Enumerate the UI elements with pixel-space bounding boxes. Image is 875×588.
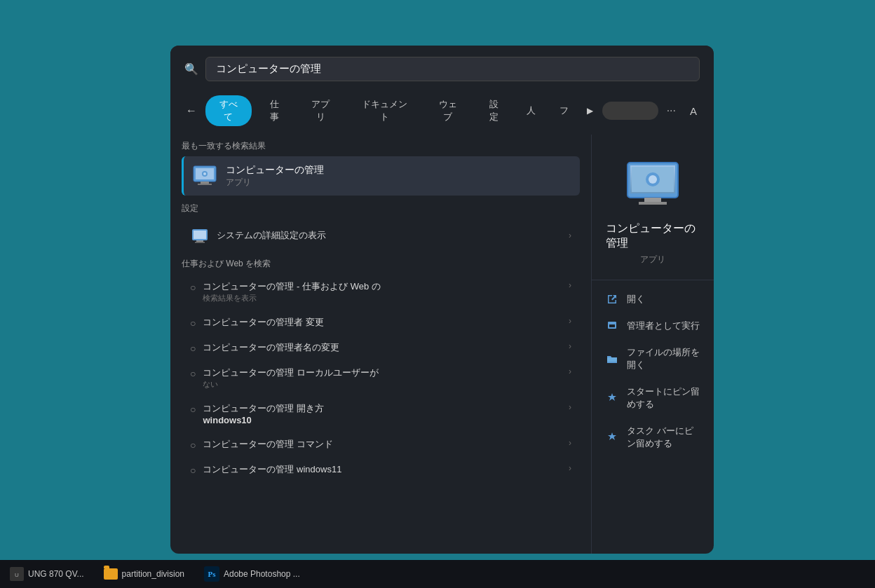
tab-web[interactable]: ウェブ: [425, 95, 471, 126]
web-item-text-1: コンピューターの管理者 変更: [203, 316, 562, 329]
settings-item-label: システムの詳細設定の表示: [217, 229, 562, 242]
web-item-text-6: コンピューターの管理 windows11: [203, 463, 562, 476]
action-file-location-label: ファイルの場所を開く: [627, 346, 700, 371]
svg-rect-18: [639, 202, 667, 205]
ps-icon: Ps: [204, 566, 219, 582]
action-file-location[interactable]: ファイルの場所を開く: [592, 339, 714, 378]
pill-button[interactable]: [602, 102, 658, 120]
tab-people[interactable]: 人: [517, 102, 545, 120]
web-item-text-5: コンピューターの管理 コマンド: [203, 438, 562, 451]
search-icon: 🔍: [184, 62, 198, 76]
search-input[interactable]: [205, 57, 700, 81]
taskbar-item-ps[interactable]: Ps Adobe Photoshop ...: [194, 560, 310, 588]
computer-mgmt-icon: [192, 163, 217, 189]
chevron-icon-1: ›: [569, 316, 571, 326]
tab-work[interactable]: 仕事: [256, 95, 293, 126]
action-open[interactable]: 開く: [592, 286, 714, 313]
a-button[interactable]: A: [684, 104, 703, 118]
chevron-icon-0: ›: [569, 280, 571, 290]
svg-rect-4: [198, 184, 212, 185]
tab-settings[interactable]: 設定: [475, 95, 513, 126]
chevron-icon-3: ›: [569, 367, 571, 376]
best-match-name: コンピューターの管理: [226, 164, 324, 177]
chevron-icon-5: ›: [569, 438, 571, 448]
settings-icon: [190, 226, 210, 245]
tab-all[interactable]: すべて: [205, 95, 252, 126]
action-pin-start-label: スタートにピン留めする: [627, 385, 700, 411]
taskbar-item-folder[interactable]: partition_division: [94, 560, 194, 588]
app-type: アプリ: [640, 254, 665, 266]
web-item-2[interactable]: ○ コンピューターの管理者名の変更 ›: [182, 335, 580, 360]
search-small-icon-2: ○: [190, 343, 196, 354]
folder-icon: [104, 567, 118, 581]
web-item-text-3: コンピューターの管理 ローカルユーザーが ない: [203, 367, 562, 390]
taskbar-item-folder-label: partition_division: [122, 569, 184, 579]
settings-title: 設定: [182, 197, 580, 219]
web-item-5[interactable]: ○ コンピューターの管理 コマンド ›: [182, 432, 580, 457]
svg-rect-9: [196, 240, 203, 242]
settings-item-system[interactable]: システムの詳細設定の表示 ›: [182, 219, 580, 252]
back-button[interactable]: ←: [182, 103, 201, 118]
chevron-icon-2: ›: [569, 341, 571, 351]
web-item-text-2: コンピューターの管理者名の変更: [203, 341, 562, 354]
action-open-label: 開く: [627, 293, 645, 306]
main-content: 最も一致する検索結果 コンピューターの管理: [170, 135, 714, 554]
tab-fu[interactable]: フ: [550, 102, 578, 120]
chevron-icon: ›: [569, 231, 571, 240]
search-small-icon-1: ○: [190, 317, 196, 329]
svg-rect-17: [644, 198, 661, 202]
taskbar-item-ung[interactable]: U UNG 870 QV...: [0, 560, 94, 588]
web-item-3[interactable]: ○ コンピューターの管理 ローカルユーザーが ない ›: [182, 360, 580, 396]
chevron-icon-4: ›: [569, 402, 571, 412]
web-section-title: 仕事および Web を検索: [182, 252, 580, 274]
pin-start-icon: [606, 392, 618, 404]
svg-point-6: [203, 172, 206, 175]
taskbar: U UNG 870 QV... partition_division Ps Ad…: [0, 560, 875, 588]
action-pin-taskbar-label: タスク バーにピン留めする: [627, 425, 700, 450]
action-admin-label: 管理者として実行: [627, 320, 700, 332]
best-match-item[interactable]: コンピューターの管理 アプリ: [182, 156, 580, 196]
best-match-title: 最も一致する検索結果: [182, 135, 580, 156]
app-icon-large: [625, 156, 681, 212]
web-item-text-0: コンピューターの管理 - 仕事および Web の 検索結果を表示: [203, 280, 562, 303]
pin-taskbar-icon: [606, 431, 618, 444]
search-small-icon-6: ○: [190, 465, 196, 476]
dots-button[interactable]: ···: [663, 103, 680, 118]
tab-apps[interactable]: アプリ: [297, 95, 344, 126]
search-bar: 🔍: [170, 46, 714, 93]
search-small-icon-3: ○: [190, 368, 196, 379]
action-pin-start[interactable]: スタートにピン留めする: [592, 378, 714, 418]
search-small-icon-5: ○: [190, 439, 196, 451]
svg-rect-21: [609, 323, 615, 324]
taskbar-item-ung-label: UNG 870 QV...: [28, 569, 84, 579]
app-name: コンピューターの管理: [606, 221, 700, 251]
open-icon: [606, 293, 618, 306]
action-pin-taskbar[interactable]: タスク バーにピン留めする: [592, 418, 714, 457]
admin-icon: [606, 320, 618, 332]
web-item-text-4: コンピューターの管理 開き方 windows10: [203, 402, 562, 425]
svg-point-16: [649, 175, 657, 184]
tab-docs[interactable]: ドキュメント: [348, 95, 421, 126]
svg-rect-3: [201, 182, 209, 184]
search-small-icon-4: ○: [190, 404, 196, 415]
action-admin[interactable]: 管理者として実行: [592, 313, 714, 339]
app-detail: コンピューターの管理 アプリ: [592, 135, 714, 280]
web-item-6[interactable]: ○ コンピューターの管理 windows11 ›: [182, 457, 580, 482]
search-panel: 🔍 ← すべて 仕事 アプリ ドキュメント ウェブ 設定 人 フ ▶ ··· A…: [170, 46, 714, 554]
action-list: 開く 管理者として実行: [592, 280, 714, 463]
taskbar-item-ps-label: Adobe Photoshop ...: [224, 569, 300, 579]
search-small-icon-0: ○: [190, 282, 196, 293]
filter-tabs: ← すべて 仕事 アプリ ドキュメント ウェブ 設定 人 フ ▶ ··· A: [170, 93, 714, 135]
web-item-0[interactable]: ○ コンピューターの管理 - 仕事および Web の 検索結果を表示 ›: [182, 274, 580, 310]
svg-text:U: U: [15, 572, 19, 578]
svg-rect-10: [195, 242, 205, 243]
web-item-1[interactable]: ○ コンピューターの管理者 変更 ›: [182, 310, 580, 335]
folder-open-icon: [606, 353, 618, 365]
right-panel: コンピューターの管理 アプリ 開く: [591, 135, 714, 554]
best-match-type: アプリ: [226, 177, 324, 189]
play-button[interactable]: ▶: [583, 103, 597, 118]
chevron-icon-6: ›: [569, 463, 571, 473]
svg-rect-8: [194, 231, 206, 239]
best-match-text: コンピューターの管理 アプリ: [226, 164, 324, 189]
web-item-4[interactable]: ○ コンピューターの管理 開き方 windows10 ›: [182, 396, 580, 432]
